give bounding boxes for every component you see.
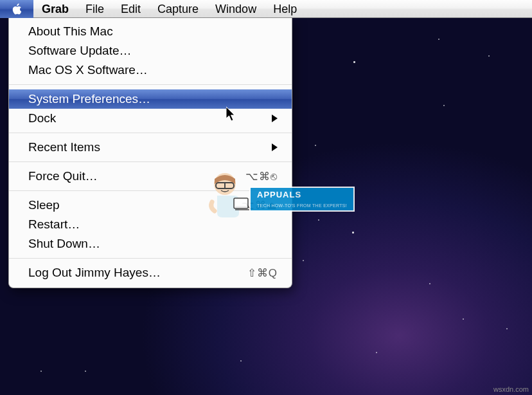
menu-system-preferences[interactable]: System Preferences… xyxy=(9,89,292,109)
menu-item-label: Shut Down… xyxy=(28,237,278,251)
menu-separator xyxy=(9,84,292,85)
watermark-title: APPUALS xyxy=(249,187,355,201)
menu-item-label: Mac OS X Software… xyxy=(28,63,278,77)
svg-rect-4 xyxy=(235,199,247,206)
watermark-logo: APPUALS TECH HOW-TO'S FROM THE EXPERTS! xyxy=(203,171,355,226)
menu-item-label: About This Mac xyxy=(28,24,278,39)
watermark-subtitle: TECH HOW-TO'S FROM THE EXPERTS! xyxy=(249,201,355,212)
menu-item-label: Recent Items xyxy=(28,140,272,154)
menubar-help[interactable]: Help xyxy=(265,0,305,18)
menu-log-out[interactable]: Log Out Jimmy Hayes… ⇧⌘Q xyxy=(9,263,292,282)
menu-separator xyxy=(9,258,292,259)
star-icon xyxy=(488,55,490,57)
star-icon xyxy=(85,371,86,372)
star-icon xyxy=(443,105,445,106)
apple-menu-button[interactable] xyxy=(0,0,33,18)
star-icon xyxy=(429,283,430,284)
menu-software-update[interactable]: Software Update… xyxy=(9,41,292,60)
menu-shortcut: ⇧⌘Q xyxy=(247,266,278,280)
menu-separator xyxy=(9,161,292,162)
menubar-file[interactable]: File xyxy=(77,0,112,18)
menubar-app-name[interactable]: Grab xyxy=(33,0,77,18)
watermark-text: APPUALS TECH HOW-TO'S FROM THE EXPERTS! xyxy=(249,187,355,212)
menu-mac-osx-software[interactable]: Mac OS X Software… xyxy=(9,60,292,80)
menubar-capture[interactable]: Capture xyxy=(149,0,207,18)
star-icon xyxy=(438,39,439,40)
menubar-window[interactable]: Window xyxy=(207,0,265,18)
menu-dock[interactable]: Dock xyxy=(9,109,292,128)
menu-separator xyxy=(9,133,292,133)
menu-item-label: Log Out Jimmy Hayes… xyxy=(28,266,247,280)
apple-menu-dropdown: About This Mac Software Update… Mac OS X… xyxy=(8,18,292,288)
star-icon xyxy=(463,318,464,320)
menu-about-this-mac[interactable]: About This Mac xyxy=(9,22,292,41)
star-icon xyxy=(240,360,242,362)
submenu-arrow-icon xyxy=(272,115,278,122)
star-icon xyxy=(353,61,355,63)
star-icon xyxy=(303,260,304,261)
star-icon xyxy=(506,328,508,329)
menubar-edit[interactable]: Edit xyxy=(112,0,149,18)
menu-shut-down[interactable]: Shut Down… xyxy=(9,234,292,253)
apple-logo-icon xyxy=(11,3,22,15)
star-icon xyxy=(40,371,42,372)
star-icon xyxy=(352,232,354,234)
source-label: wsxdn.com xyxy=(493,385,529,393)
star-icon xyxy=(376,352,377,353)
submenu-arrow-icon xyxy=(272,143,278,151)
menu-item-label: Software Update… xyxy=(28,44,278,58)
star-icon xyxy=(315,145,316,146)
menu-item-label: System Preferences… xyxy=(28,92,278,106)
menubar: Grab File Edit Capture Window Help xyxy=(0,0,532,18)
cursor-icon xyxy=(226,107,239,125)
watermark-character-icon xyxy=(203,171,252,226)
menu-recent-items[interactable]: Recent Items xyxy=(9,138,292,157)
